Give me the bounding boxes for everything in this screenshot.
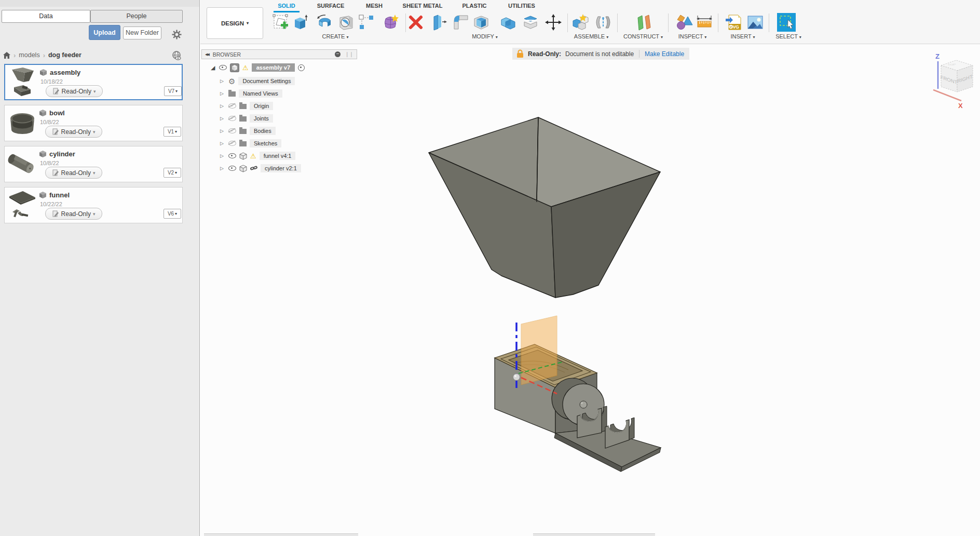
press-pull-icon[interactable]	[430, 14, 447, 31]
file-card-bowl[interactable]: bowl 10/8/22 Read-Only▾ V1▾	[4, 105, 183, 141]
panel-grip-icon[interactable]: ❘❘	[345, 51, 353, 57]
file-card-assembly[interactable]: assembly 10/18/22 Read-Only▾ V7▾	[4, 64, 183, 100]
ribbon-tab-solid[interactable]: SOLID	[274, 2, 300, 12]
visibility-eye-icon[interactable]	[228, 153, 236, 158]
ribbon-tab-plastic[interactable]: PLASTIC	[459, 2, 490, 11]
ribbon-tab-surface[interactable]: SURFACE	[315, 2, 346, 11]
construction-plane-icon[interactable]	[635, 14, 652, 31]
breadcrumb-dog-feeder[interactable]: dog feeder	[48, 51, 81, 59]
make-editable-link[interactable]: Make Editable	[645, 50, 684, 58]
browser-row-funnel[interactable]: ▷ ⚠ funnel v4:1	[220, 151, 295, 161]
upload-button[interactable]: Upload	[89, 25, 120, 40]
visibility-off-eye-icon[interactable]	[228, 103, 236, 109]
funnel-model[interactable]	[429, 117, 660, 298]
tab-data[interactable]: Data	[2, 10, 90, 23]
collapsed-arrow-icon[interactable]: ▷	[220, 141, 225, 146]
visibility-off-eye-icon[interactable]	[228, 128, 236, 133]
inspect-analysis-icon[interactable]	[675, 14, 693, 31]
fillet-icon[interactable]	[452, 14, 470, 31]
visibility-off-eye-icon[interactable]	[228, 116, 236, 121]
ribbon-tab-utilities[interactable]: UTILITIES	[503, 2, 540, 11]
timeline-controls-edge[interactable]	[533, 533, 655, 536]
group-label-assemble[interactable]: ASSEMBLE ▾	[563, 33, 620, 39]
access-dropdown[interactable]: Read-Only▾	[45, 167, 102, 179]
file-card-funnel[interactable]: funnel 10/22/22 Read-Only▾ V6▾	[4, 187, 183, 223]
collapsed-arrow-icon[interactable]: ▷	[220, 128, 225, 133]
shell-icon[interactable]	[472, 14, 490, 31]
card-title[interactable]: assembly	[50, 69, 80, 76]
collapsed-arrow-icon[interactable]: ▷	[220, 166, 225, 171]
home-icon[interactable]	[3, 52, 10, 59]
extrude-icon[interactable]	[291, 14, 309, 31]
activate-component-radio[interactable]	[298, 64, 305, 71]
group-label-create[interactable]: CREATE ▾	[307, 33, 364, 39]
workspace-selector[interactable]: DESIGN▾	[207, 7, 263, 39]
browser-root-row[interactable]: ◢ ⚠ assembly v7	[211, 62, 305, 73]
access-dropdown[interactable]: Read-Only▾	[46, 85, 103, 97]
breadcrumb-models[interactable]: models	[19, 51, 39, 59]
revolve-icon[interactable]	[316, 14, 334, 31]
construction-plane[interactable]	[521, 316, 557, 385]
group-label-construct[interactable]: CONSTRUCT ▾	[615, 33, 672, 39]
panel-settings-gear-icon[interactable]	[172, 30, 182, 39]
joint-icon[interactable]	[594, 14, 612, 31]
collapsed-arrow-icon[interactable]: ▷	[220, 78, 225, 84]
viewport[interactable]: Read-Only: Document is not editable Make…	[200, 44, 980, 536]
tab-people[interactable]: People	[90, 10, 183, 23]
visibility-eye-icon[interactable]	[228, 166, 236, 171]
new-component-icon[interactable]	[571, 14, 589, 31]
root-document-label[interactable]: assembly v7	[252, 63, 295, 72]
group-label-inspect[interactable]: INSPECT ▾	[664, 33, 721, 39]
expanded-arrow-icon[interactable]: ◢	[211, 64, 216, 71]
ribbon-tab-sheet-metal[interactable]: SHEET METAL	[399, 2, 446, 11]
ribbon-tab-mesh[interactable]: MESH	[361, 2, 387, 11]
browser-row-cylinder[interactable]: ▷ cylinder v2:1	[220, 163, 301, 173]
collapsed-arrow-icon[interactable]: ▷	[220, 153, 225, 158]
file-card-cylinder[interactable]: cylinder 10/8/22 Read-Only▾ V2▾	[4, 146, 183, 182]
split-body-icon[interactable]	[522, 14, 539, 31]
collapsed-arrow-icon[interactable]: ▷	[220, 116, 225, 121]
timeline-panel-edge[interactable]	[204, 533, 358, 536]
version-dropdown[interactable]: V1▾	[164, 127, 181, 137]
browser-row-bodies[interactable]: ▷ Bodies	[220, 126, 276, 136]
browser-panel-header[interactable]: ◀◀ BROWSER − ❘❘	[201, 49, 357, 59]
card-title[interactable]: funnel	[49, 191, 70, 199]
group-label-select[interactable]: SELECT ▾	[760, 33, 817, 39]
browser-row-document-settings[interactable]: ▷ ⚙ Document Settings	[220, 76, 295, 86]
new-folder-button[interactable]: New Folder	[123, 26, 161, 39]
feeder-assembly-model[interactable]	[495, 344, 661, 472]
create-form-icon[interactable]	[382, 14, 399, 31]
view-cube[interactable]: Z X TOP FRONT RIGHT	[927, 48, 979, 113]
collapsed-arrow-icon[interactable]: ▷	[220, 91, 225, 96]
card-title[interactable]: cylinder	[49, 150, 75, 158]
select-icon[interactable]	[777, 12, 796, 32]
browser-row-named-views[interactable]: ▷ Named Views	[220, 88, 282, 99]
version-dropdown[interactable]: V2▾	[164, 168, 181, 178]
combine-icon[interactable]	[499, 14, 517, 31]
browser-row-sketches[interactable]: ▷ Sketches	[220, 138, 281, 149]
card-title[interactable]: bowl	[49, 109, 65, 117]
rectangular-pattern-icon[interactable]	[358, 14, 375, 31]
collapsed-arrow-icon[interactable]: ▷	[220, 103, 225, 109]
version-dropdown[interactable]: V6▾	[164, 209, 181, 219]
measure-icon[interactable]	[696, 14, 713, 31]
version-dropdown[interactable]: V7▾	[164, 86, 182, 96]
insert-svg-icon[interactable]: SVG	[725, 14, 742, 31]
access-dropdown[interactable]: Read-Only▾	[45, 126, 102, 138]
hide-all-icon[interactable]: −	[335, 51, 341, 57]
delete-icon[interactable]	[407, 14, 425, 31]
z-axis-label: Z	[935, 52, 940, 60]
share-globe-icon[interactable]	[171, 51, 182, 60]
move-copy-icon[interactable]	[545, 14, 562, 31]
browser-row-origin[interactable]: ▷ Origin	[220, 101, 273, 111]
create-sketch-icon[interactable]	[272, 14, 290, 31]
visibility-off-eye-icon[interactable]	[228, 141, 236, 146]
group-label-modify[interactable]: MODIFY ▾	[456, 33, 513, 39]
insert-image-icon[interactable]	[746, 14, 764, 31]
visibility-eye-icon[interactable]	[219, 65, 227, 70]
3d-scene[interactable]	[200, 44, 980, 536]
browser-row-joints[interactable]: ▷ Joints	[220, 113, 273, 124]
hole-icon[interactable]	[337, 14, 355, 31]
access-dropdown[interactable]: Read-Only▾	[45, 208, 102, 220]
collapse-panel-icon[interactable]: ◀◀	[205, 52, 209, 57]
